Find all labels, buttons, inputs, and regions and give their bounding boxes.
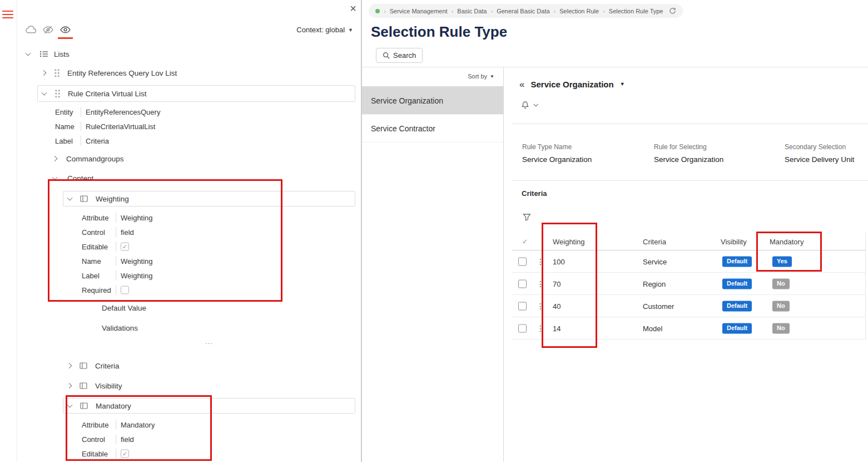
- prop-row-attribute: Attribute Weighting: [17, 210, 355, 225]
- tree-node-visibility[interactable]: Visibility: [17, 379, 355, 393]
- chevron-right-icon[interactable]: [52, 156, 58, 161]
- tree-node-validations[interactable]: Validations: [17, 321, 355, 335]
- record-summary-card: Rule Type Name Service Organization Rule…: [512, 124, 868, 181]
- prop-label: Attribute: [82, 214, 108, 222]
- prop-value[interactable]: field: [121, 435, 134, 444]
- drag-handle-icon[interactable]: [54, 89, 61, 98]
- tree-node-mandatory[interactable]: Mandatory: [63, 398, 355, 414]
- chevron-right-icon[interactable]: [67, 383, 72, 389]
- prop-value[interactable]: Weighting: [121, 272, 153, 280]
- row-checkbox[interactable]: [518, 279, 527, 288]
- mandatory-badge: No: [772, 278, 790, 289]
- tree-node-content[interactable]: Content: [17, 171, 355, 185]
- breadcrumb-separator: ›: [554, 8, 556, 14]
- hamburger-menu-icon[interactable]: [2, 11, 13, 18]
- prop-label: Label: [55, 137, 73, 145]
- drag-handle-icon[interactable]: [54, 68, 60, 77]
- tree-more[interactable]: …: [17, 337, 355, 347]
- breadcrumb-item[interactable]: Basic Data: [457, 8, 487, 14]
- prop-value[interactable]: Mandatory: [121, 421, 155, 429]
- chevron-down-icon[interactable]: [67, 402, 73, 408]
- tree-node-entity-references[interactable]: Entity References Query Lov List: [17, 66, 355, 80]
- notifications-control[interactable]: [521, 98, 537, 111]
- prop-label: Required: [82, 286, 111, 294]
- breadcrumb-item[interactable]: Selection Rule: [559, 8, 599, 14]
- breadcrumb-separator: ›: [491, 8, 493, 14]
- filter-funnel-icon[interactable]: [523, 213, 531, 221]
- field-value: Service Organization: [522, 155, 592, 164]
- prop-label: Control: [82, 435, 105, 444]
- kebab-icon[interactable]: ⋮: [537, 257, 544, 266]
- tree-node-weighting[interactable]: Weighting: [63, 191, 355, 207]
- prop-label: Name: [55, 122, 75, 131]
- tree-node-lists[interactable]: Lists: [17, 47, 355, 61]
- kebab-icon[interactable]: ⋮: [537, 302, 544, 311]
- chevron-right-icon[interactable]: [67, 363, 72, 368]
- prop-row-editable: Editable ✓: [17, 239, 355, 254]
- field-icon: [80, 382, 87, 389]
- search-button[interactable]: Search: [376, 48, 423, 63]
- prop-value[interactable]: field: [121, 228, 134, 237]
- prop-value[interactable]: Weighting: [121, 257, 153, 266]
- breadcrumb-item[interactable]: Selection Rule Type: [609, 8, 663, 14]
- cell-criteria: Customer: [643, 302, 674, 310]
- divider: [116, 420, 116, 430]
- chevron-down-icon[interactable]: [67, 195, 73, 201]
- criteria-table: ✓ Weighting Criteria Visibility Mandator…: [512, 233, 866, 340]
- column-header-visibility: Visibility: [721, 237, 747, 245]
- row-checkbox[interactable]: [518, 324, 527, 332]
- table-row: ⋮ 100 Service Default Yes: [512, 250, 865, 273]
- more-ellipsis-icon: …: [68, 337, 350, 346]
- caret-down-icon: ▼: [490, 74, 494, 79]
- prop-value[interactable]: EntityReferencesQuery: [86, 108, 160, 116]
- collapse-double-chevron-icon[interactable]: «: [519, 80, 524, 89]
- prop-row-attribute: Attribute Mandatory: [17, 417, 355, 432]
- refresh-icon[interactable]: [669, 7, 676, 14]
- select-all-check-icon[interactable]: ✓: [522, 238, 528, 245]
- checkbox-unchecked[interactable]: [121, 286, 129, 294]
- chevron-down-icon: [533, 102, 538, 106]
- field-value: Service Delivery Unit: [785, 155, 854, 164]
- prop-value[interactable]: Weighting: [121, 214, 153, 222]
- tree-node-default-value[interactable]: Default Value: [17, 301, 355, 315]
- cell-weighting: 70: [553, 279, 561, 288]
- sort-by-control[interactable]: Sort by ▼: [468, 73, 494, 80]
- tree-node-label: Visibility: [95, 382, 122, 390]
- visibility-badge: Default: [722, 301, 752, 311]
- breadcrumb-separator: ›: [603, 8, 605, 14]
- record-switcher-caret-icon[interactable]: ▼: [620, 81, 625, 87]
- chevron-down-icon[interactable]: [42, 90, 47, 96]
- tree-node-label: Mandatory: [96, 402, 131, 410]
- kebab-icon[interactable]: ⋮: [537, 324, 544, 333]
- app-panel: › Service Management › Basic Data › Gene…: [361, 0, 868, 462]
- prop-row-editable: Editable ✓: [17, 446, 355, 461]
- list-item-service-organization[interactable]: Service Organization: [362, 87, 503, 115]
- prop-value[interactable]: RuleCriteriaVirtualList: [86, 122, 155, 131]
- kebab-icon[interactable]: ⋮: [537, 279, 544, 288]
- divider: [116, 256, 116, 266]
- chevron-down-icon[interactable]: [26, 51, 31, 56]
- row-checkbox[interactable]: [518, 302, 527, 310]
- chevron-down-icon[interactable]: [52, 175, 58, 180]
- chevron-right-icon[interactable]: [41, 70, 47, 76]
- checkbox-checked[interactable]: ✓: [121, 450, 129, 458]
- tree-node-commandgroups[interactable]: Commandgroups: [17, 151, 355, 166]
- prop-value[interactable]: Criteria: [86, 137, 109, 145]
- field-label: Rule for Selecting: [654, 143, 723, 151]
- status-dot-icon: [375, 9, 380, 13]
- tree-node-label: Lists: [54, 50, 70, 58]
- breadcrumb-item[interactable]: General Basic Data: [497, 8, 549, 14]
- divider: [81, 107, 81, 117]
- field-icon: [80, 362, 87, 369]
- list-item-service-contractor[interactable]: Service Contractor: [362, 115, 503, 142]
- list-icon: [39, 50, 48, 58]
- visibility-badge: Default: [722, 278, 752, 289]
- tree-node-criteria[interactable]: Criteria: [17, 358, 355, 373]
- divider: [116, 242, 116, 252]
- tree-node-rule-criteria-virtual-list[interactable]: Rule Criteria Virtual List: [37, 85, 355, 102]
- divider: [81, 121, 81, 131]
- checkbox-checked[interactable]: ✓: [121, 243, 129, 251]
- row-checkbox[interactable]: [518, 257, 527, 266]
- breadcrumb-item[interactable]: Service Management: [390, 8, 448, 14]
- sort-by-label: Sort by: [468, 73, 487, 80]
